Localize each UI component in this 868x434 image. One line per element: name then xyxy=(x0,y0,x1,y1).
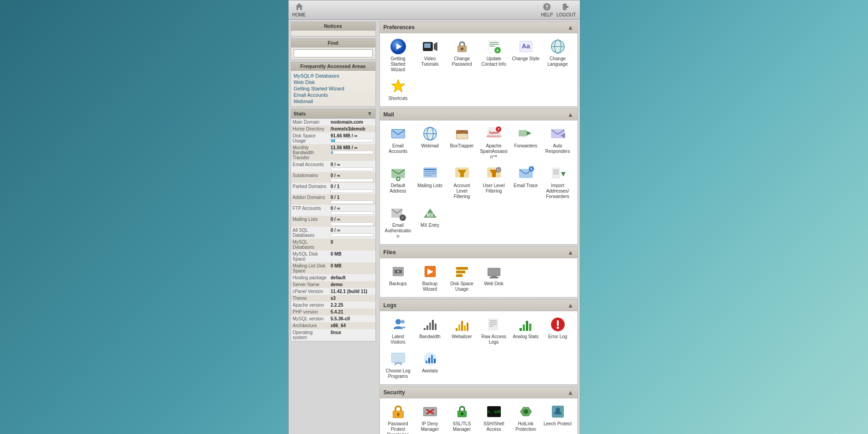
import-icon xyxy=(550,165,566,182)
rawaccess-label: Raw Access Logs xyxy=(480,334,508,345)
icon-item-webdisk[interactable]: Web Disk xyxy=(478,261,509,294)
icon-item-webalizer[interactable]: Webalizer xyxy=(447,314,478,347)
stat-row: Mailing Lists0 / ∞ xyxy=(291,216,375,227)
mail-toggle[interactable]: ▲ xyxy=(567,111,574,118)
home-icon xyxy=(295,2,304,11)
icon-item-contact[interactable]: +Update Contact Info xyxy=(478,36,509,75)
icon-item-analogstats[interactable]: Analog Stats xyxy=(510,314,541,347)
icon-item-autoresponders[interactable]: Auto Responders xyxy=(542,123,573,162)
svg-rect-53 xyxy=(424,173,436,174)
stat-row: Home Directory/home/x3demob xyxy=(291,125,375,132)
find-input[interactable] xyxy=(294,49,373,58)
icon-item-logprograms[interactable]: Choose Log Programs xyxy=(383,348,414,382)
import-label: Import Addresses/ Forwarders xyxy=(544,183,572,199)
icon-item-emailtrace[interactable]: Email Trace xyxy=(510,163,541,202)
stat-value: demo xyxy=(329,281,375,288)
mail-title: Mail xyxy=(384,111,394,118)
icon-item-defaultaddress[interactable]: Default Address xyxy=(383,163,414,202)
icon-item-backupwizard[interactable]: ▶Backup Wizard xyxy=(415,261,446,294)
bandwidth-label: Bandwidth xyxy=(416,334,444,340)
icon-item-bandwidth[interactable]: Bandwidth xyxy=(415,314,446,347)
ipdeny-icon xyxy=(422,403,438,420)
stat-label: Home Directory xyxy=(291,125,329,132)
svg-rect-82 xyxy=(456,274,463,277)
icon-item-leech[interactable]: Leech Protect xyxy=(542,401,573,434)
security-toggle[interactable]: ▲ xyxy=(567,389,574,396)
logs-toggle[interactable]: ▲ xyxy=(567,302,574,309)
icon-item-spam[interactable]: SpamAssassin✗Apache SpamAssassin™ xyxy=(478,123,509,162)
icon-item-forwarders[interactable]: Forwarders xyxy=(510,123,541,162)
stat-label: Hosting package xyxy=(291,274,329,281)
logs-header: Logs ▲ xyxy=(380,300,577,311)
icon-item-password[interactable]: Change Password xyxy=(447,36,478,75)
help-button[interactable]: ? HELP xyxy=(541,2,553,17)
icon-item-ssh[interactable]: >_ sshSSH/Shell Access xyxy=(478,401,509,434)
stat-value: x86_64 xyxy=(329,322,375,329)
preferences-toggle[interactable]: ▲ xyxy=(567,24,574,31)
stat-label: Parked Domains xyxy=(291,183,329,194)
stat-value: 5.4.21 xyxy=(329,309,375,315)
faa-link[interactable]: Web Disk xyxy=(294,79,373,85)
icon-item-video[interactable]: Video Tutorials xyxy=(415,36,446,75)
icon-item-hotlink[interactable]: HotLink Protection xyxy=(510,401,541,434)
logout-button[interactable]: LOGOUT xyxy=(556,2,576,17)
faa-title: Frequently Accessed Areas xyxy=(291,62,375,71)
backups-icon xyxy=(390,263,406,280)
icon-item-ssltls[interactable]: SSL/TLS Manager xyxy=(447,401,478,434)
forwarders-icon xyxy=(518,125,534,142)
stat-value: 0 MB xyxy=(329,251,375,262)
icon-item-userfilter[interactable]: UUser Level Filtering xyxy=(478,163,509,202)
svg-rect-96 xyxy=(461,321,463,331)
icon-item-mailinglists[interactable]: Mailing Lists xyxy=(415,163,446,202)
mailinglists-label: Mailing Lists xyxy=(416,183,444,188)
files-toggle[interactable]: ▲ xyxy=(567,249,574,256)
icon-item-rawaccess[interactable]: Raw Access Logs xyxy=(478,314,509,347)
stat-value: 11.56 MB / ∞ xyxy=(329,144,375,161)
faa-link[interactable]: Getting Started Wizard xyxy=(294,85,373,92)
home-button[interactable]: HOME xyxy=(292,2,306,17)
mail-section: Mail ▲ Email AccountsWebmailBoxTrapperSp… xyxy=(379,109,578,245)
stat-value: linux xyxy=(329,329,375,341)
icon-item-boxtrapper[interactable]: BoxTrapper xyxy=(447,123,478,162)
icon-item-passwordprotect[interactable]: Password Protect Directories xyxy=(383,401,414,434)
notices-title: Notices xyxy=(291,22,375,31)
icon-item-ipdeny[interactable]: IP Deny Manager xyxy=(415,401,446,434)
svg-rect-89 xyxy=(424,328,426,330)
icon-item-backups[interactable]: Backups xyxy=(383,261,414,294)
autoresponders-label: Auto Responders xyxy=(544,143,572,154)
icon-item-awstats[interactable]: Awstats xyxy=(415,348,446,382)
stat-label: Monthly Bandwidth Transfer xyxy=(291,144,329,161)
autoresponders-icon xyxy=(550,125,566,142)
files-header: Files ▲ xyxy=(380,247,577,258)
icon-item-style[interactable]: AaChange Style xyxy=(510,36,541,75)
faa-links: MySQL® DatabasesWeb DiskGetting Started … xyxy=(291,71,375,106)
contact-label: Update Contact Info xyxy=(480,56,508,67)
stat-label: MySQL Databases xyxy=(291,239,329,251)
icon-item-email[interactable]: Email Accounts xyxy=(383,123,414,162)
icon-item-play[interactable]: Getting Started Wizard xyxy=(383,36,414,75)
icon-item-import[interactable]: Import Addresses/ Forwarders xyxy=(542,163,573,202)
icon-item-language[interactable]: Change Language xyxy=(542,36,573,75)
icon-item-errorlog[interactable]: Error Log xyxy=(542,314,573,347)
icon-item-mxentry[interactable]: MXMX Entry xyxy=(415,203,446,241)
stats-toggle[interactable]: ▼ xyxy=(367,110,373,117)
stat-value: 0 / 1 xyxy=(329,183,375,194)
files-grid: Backups▶Backup WizardDisk Space UsageWeb… xyxy=(380,258,577,297)
stat-label: Addon Domains xyxy=(291,194,329,205)
faa-link[interactable]: Email Accounts xyxy=(294,92,373,98)
rawaccess-icon xyxy=(486,316,502,333)
backupwizard-label: Backup Wizard xyxy=(416,281,444,292)
icon-item-latestvisitors[interactable]: Latest Visitors xyxy=(383,314,414,347)
faa-link[interactable]: MySQL® Databases xyxy=(294,73,373,79)
mxentry-label: MX Entry xyxy=(416,223,444,228)
icon-item-emailauth[interactable]: ✓Email Authentication xyxy=(383,203,414,241)
icon-item-diskusage[interactable]: Disk Space Usage xyxy=(447,261,478,294)
diskusage-icon xyxy=(454,263,470,280)
icon-item-star[interactable]: Shortcuts xyxy=(383,76,414,104)
boxtrapper-label: BoxTrapper xyxy=(448,143,476,149)
analogstats-icon xyxy=(518,316,534,333)
faa-link[interactable]: Webmail xyxy=(294,98,373,105)
icon-item-webmail[interactable]: Webmail xyxy=(415,123,446,162)
icon-item-accountfilter[interactable]: Account Level Filtering xyxy=(447,163,478,202)
svg-rect-94 xyxy=(456,328,457,331)
